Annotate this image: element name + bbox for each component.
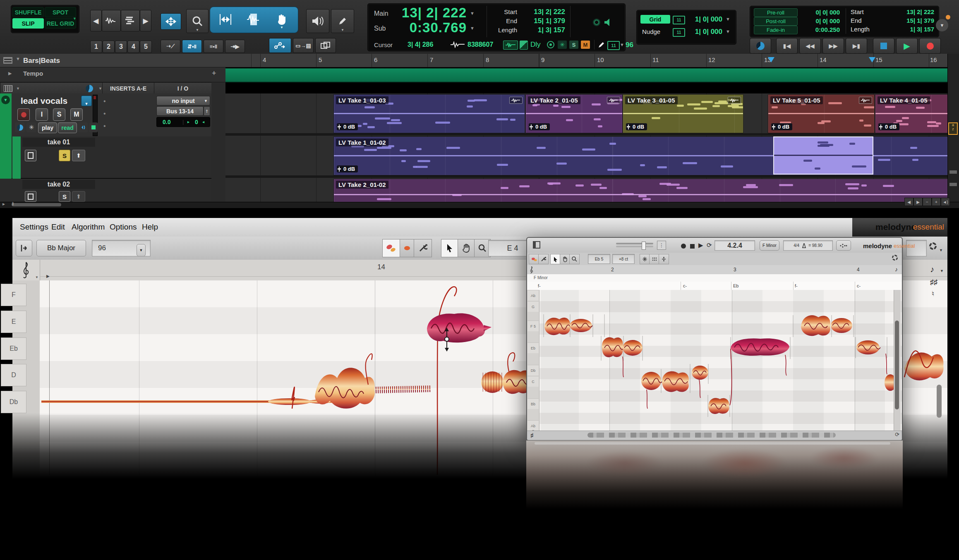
- playlist-selector[interactable]: ▼: [81, 96, 92, 106]
- zoom-preset-2[interactable]: 2: [103, 41, 115, 53]
- track-solo-button[interactable]: S: [53, 108, 65, 121]
- tlength-value[interactable]: 1| 3| 157: [889, 26, 934, 33]
- tab-to-transient-button[interactable]: ➝⟋: [161, 40, 180, 53]
- lane-nav-left[interactable]: ◀: [904, 198, 913, 206]
- pan-value[interactable]: 0: [195, 119, 198, 125]
- take2-promote-button[interactable]: ⬆: [72, 191, 85, 202]
- pencil-tool-button[interactable]: ▼: [331, 9, 354, 33]
- zoom-in-button[interactable]: ▶: [140, 10, 151, 31]
- pitch-cell-e[interactable]: E: [1, 311, 26, 333]
- edit-hscroll[interactable]: [0, 202, 959, 208]
- clip-gain-chip[interactable]: 0 dB: [771, 123, 792, 130]
- target-icon[interactable]: [547, 41, 554, 48]
- overview-cycle-icon[interactable]: ⟳: [895, 431, 899, 438]
- clip-gain-chip[interactable]: 0 dB: [337, 165, 358, 172]
- insert-slot-c[interactable]: •: [103, 122, 106, 130]
- scroll-widget[interactable]: [949, 183, 957, 186]
- inner-stop-button[interactable]: [690, 244, 695, 249]
- inner-arrow-tool[interactable]: [550, 254, 561, 264]
- clip-gain-chip[interactable]: 0 dB: [878, 123, 899, 130]
- snap-stretch-button[interactable]: [659, 254, 669, 264]
- outer-vscroll-thumb[interactable]: [937, 385, 942, 418]
- inner-wrench-tool[interactable]: [538, 254, 549, 264]
- inner-pitch-cell[interactable]: G: [527, 301, 539, 312]
- io-header[interactable]: I / O: [154, 82, 212, 94]
- take2-solo-button[interactable]: S: [59, 191, 70, 202]
- mode-grid-button[interactable]: REL GRID: [45, 18, 76, 29]
- correction-tool-button[interactable]: [414, 239, 432, 257]
- grid-value[interactable]: 1| 0| 000: [678, 15, 722, 24]
- rtz-button[interactable]: ▮◀: [776, 38, 798, 54]
- automation-mode-icon[interactable]: [15, 122, 25, 132]
- clip-gain-chip[interactable]: 0 dB: [337, 123, 358, 130]
- take1-promote-button[interactable]: ⬆: [72, 150, 85, 161]
- take2-target-button[interactable]: [25, 191, 36, 202]
- clip-lv-take5-01-05[interactable]: LV Take 5_01-05 0 dB: [768, 94, 875, 133]
- scroll-widget[interactable]: [949, 170, 957, 174]
- clip-lv-take4-01-05[interactable]: LV Take 4_01-05 0 dB: [875, 94, 948, 133]
- mirror-midi-button[interactable]: ▭→▤: [293, 38, 314, 53]
- clip-lv-take3-01-05[interactable]: LV Take 3_01-05 0 dB: [623, 94, 743, 133]
- speaker-small-icon[interactable]: [604, 18, 613, 26]
- gear-icon[interactable]: [929, 242, 937, 250]
- zoom-az-button[interactable]: az: [948, 122, 958, 135]
- zoom-preset-1[interactable]: 1: [90, 41, 102, 53]
- volume-value[interactable]: 0.0: [163, 119, 170, 125]
- elastic-audio-selector[interactable]: ✳: [26, 122, 36, 132]
- inner-vscroll-thumb[interactable]: [895, 321, 899, 409]
- scroll-down-icon[interactable]: ⇟: [11, 201, 15, 207]
- rewind-button[interactable]: ◀◀: [799, 38, 821, 54]
- insert-slot-a[interactable]: •: [103, 98, 106, 105]
- clip-gain-chip[interactable]: 0 dB: [626, 123, 647, 130]
- fastforward-button[interactable]: ▶▶: [822, 38, 844, 54]
- menu-settings[interactable]: Settings: [20, 223, 48, 232]
- automation-pie-icon[interactable]: [86, 85, 93, 92]
- tstart-value[interactable]: 13| 2| 222: [889, 8, 934, 15]
- playlist-mode-button[interactable]: play: [38, 122, 57, 133]
- audio-zoom-button[interactable]: [102, 10, 121, 31]
- take1-solo-button[interactable]: S: [59, 150, 70, 161]
- inner-pitch-cell[interactable]: Eb: [527, 342, 539, 353]
- inner-ruler[interactable]: [527, 265, 902, 275]
- layered-editing-button[interactable]: [315, 38, 336, 53]
- scale-row[interactable]: F Minor: [527, 274, 902, 282]
- inner-hand-tool[interactable]: [560, 254, 570, 264]
- freeze-button[interactable]: [89, 122, 98, 132]
- pitch-cell-d[interactable]: D: [1, 364, 26, 386]
- trim-tool-button[interactable]: [212, 8, 239, 31]
- autostretch-button[interactable]: [836, 240, 851, 251]
- chord[interactable]: f-: [538, 283, 541, 288]
- inner-record-button[interactable]: [681, 244, 686, 249]
- transport-expand-button[interactable]: ▼: [936, 19, 948, 31]
- inserts-header[interactable]: INSERTS A-E: [102, 82, 154, 94]
- menu-help[interactable]: Help: [142, 223, 158, 232]
- menu-options[interactable]: Options: [110, 223, 137, 232]
- fadein-button[interactable]: Fade-in: [754, 26, 798, 34]
- nudge-value[interactable]: 1| 0| 000: [678, 28, 722, 36]
- mode-spot-button[interactable]: SPOT: [45, 7, 76, 17]
- inner-play-button[interactable]: ▶: [698, 242, 703, 249]
- track-mute-button[interactable]: M: [70, 108, 83, 121]
- zoom-preset-3[interactable]: 3: [115, 41, 127, 53]
- tempo-caret[interactable]: ▼: [137, 244, 146, 256]
- volume-pan-display[interactable]: 0.0 | ▸ 0 ◂: [156, 117, 210, 127]
- grid-value-button[interactable]: Grid: [640, 15, 670, 24]
- input-selector[interactable]: no input▼: [156, 96, 210, 105]
- clip-lv-take1-01-03[interactable]: LV Take 1_01-03 0 dB: [333, 94, 525, 133]
- postroll-value[interactable]: 0| 0| 000: [798, 17, 840, 24]
- inner-pitch-cell[interactable]: C: [527, 376, 539, 387]
- gear-caret[interactable]: ▼: [939, 248, 943, 252]
- inner-cycle-button[interactable]: ⟳: [707, 242, 712, 249]
- zoom-preset-4[interactable]: 4: [127, 41, 139, 53]
- stop-button[interactable]: [873, 38, 894, 54]
- zoom-preset-5[interactable]: 5: [140, 41, 152, 53]
- clef-box[interactable]: ▼: [12, 260, 40, 280]
- preroll-button[interactable]: Pre-roll: [754, 8, 798, 17]
- clip-lv-take2-01-02[interactable]: LV Take 2_01-02: [333, 179, 948, 202]
- link-edit-selection-button[interactable]: [269, 38, 291, 53]
- link-timeline-button[interactable]: ≡•‖: [204, 40, 223, 53]
- clip-lv-take2-01-05[interactable]: LV Take 2_01-05 0 dB: [525, 94, 623, 133]
- midi-zoom-button[interactable]: [121, 10, 140, 31]
- fadein-value[interactable]: 0:00.250: [798, 26, 840, 33]
- inner-pitch-cell[interactable]: F 5: [527, 321, 539, 331]
